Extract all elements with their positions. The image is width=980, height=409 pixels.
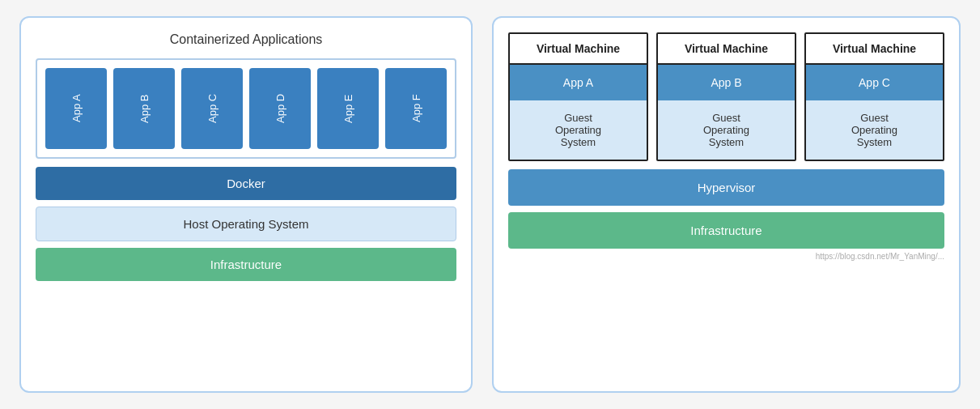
vm2-app: App B [658,65,795,100]
vms-row: Virtual Machine App A GuestOperatingSyst… [508,32,944,161]
app-a: App A [45,68,107,149]
app-e: App E [317,68,379,149]
main-container: Containerized Applications App A App B A… [0,0,980,409]
vm-column-1: Virtual Machine App A GuestOperatingSyst… [508,32,648,161]
vm1-header: Virtual Machine [510,34,647,65]
vm3-header: Virtual Machine [806,34,943,65]
app-b: App B [113,68,175,149]
watermark: https://blog.csdn.net/Mr_YanMing/... [508,252,944,261]
app-d: App D [249,68,311,149]
vm2-header: Virtual Machine [658,34,795,65]
host-os-layer: Host Operating System [36,207,456,241]
hypervisor-layer: Hypervisor [508,169,944,206]
left-title: Containerized Applications [36,32,456,47]
docker-layer: Docker [36,167,456,200]
vm2-guest-os: GuestOperatingSystem [658,100,795,160]
app-c: App C [181,68,243,149]
vm3-app: App C [806,65,943,100]
left-diagram: Containerized Applications App A App B A… [19,16,473,393]
right-infra-layer: Infrastructure [508,212,944,249]
vm1-app: App A [510,65,647,100]
vm1-guest-os: GuestOperatingSystem [510,100,647,160]
right-diagram: Virtual Machine App A GuestOperatingSyst… [492,16,961,393]
app-f: App F [385,68,447,149]
left-infra-layer: Infrastructure [36,248,456,281]
vm3-guest-os: GuestOperatingSystem [806,100,943,160]
vm-column-2: Virtual Machine App B GuestOperatingSyst… [656,32,796,161]
apps-container: App A App B App C App D App E App F [36,58,456,159]
vm-column-3: Virtual Machine App C GuestOperatingSyst… [804,32,944,161]
